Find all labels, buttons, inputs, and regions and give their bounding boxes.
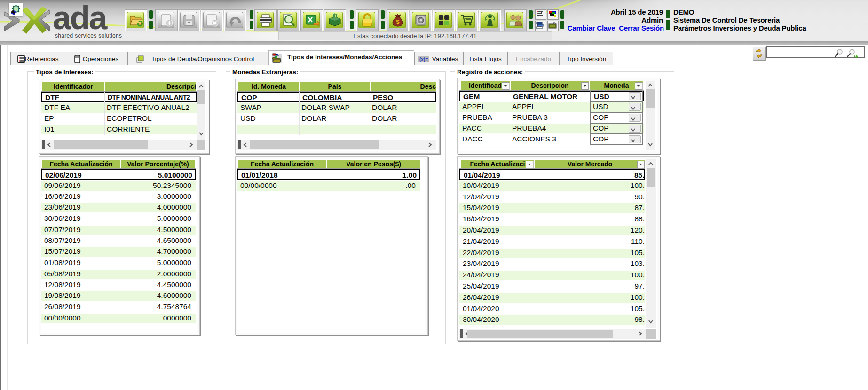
svg-text:$: $: [396, 18, 400, 25]
svg-text:shared services solutions: shared services solutions: [55, 32, 122, 39]
svg-text:ada: ada: [53, 0, 108, 36]
